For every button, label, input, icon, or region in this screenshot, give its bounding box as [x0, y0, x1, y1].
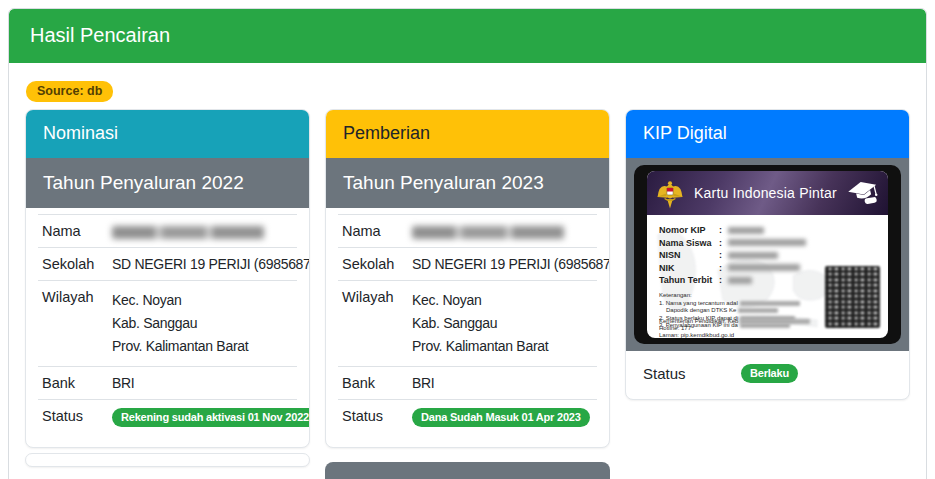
pemberian-card: Pemberian Tahun Penyaluran 2023 Nama Sek…: [325, 109, 610, 448]
table-row-nama: Nama: [338, 214, 597, 247]
row-label: Nama: [342, 223, 412, 239]
kip-field-value-redacted: [728, 252, 778, 259]
row-label: Nama: [42, 223, 112, 239]
kip-digital-header: KIP Digital: [626, 110, 909, 158]
result-columns: Nominasi Tahun Penyaluran 2022 Nama Seko…: [25, 109, 910, 479]
table-row-status: Status Rekening sudah aktivasi 01 Nov 20…: [38, 399, 297, 435]
row-label: Status: [42, 408, 112, 427]
next-card-stub: [25, 453, 310, 467]
kip-card-footer: Kementerian Pendidikan, Keb Hotline: 177…: [659, 318, 810, 338]
kip-field-label: Nama Siswa: [659, 238, 719, 248]
nominasi-section-title: Tahun Penyaluran 2022: [26, 158, 309, 208]
kip-status-row: Status Berlaku: [626, 351, 909, 399]
table-row-bank: Bank BRI: [38, 366, 297, 399]
redacted-name-value: [112, 226, 264, 239]
bank-value: BRI: [412, 375, 593, 391]
table-row-status: Status Dana Sudah Masuk 01 Apr 2023: [338, 399, 597, 435]
table-row-sekolah: Sekolah SD NEGERI 19 PERIJI (69856875): [38, 247, 297, 280]
wilayah-value: Kec. Noyan Kab. Sanggau Prov. Kalimantan…: [112, 289, 293, 358]
kip-field-row: NISN :: [659, 249, 888, 262]
table-row-bank: Bank BRI: [338, 366, 597, 399]
nominasi-column: Nominasi Tahun Penyaluran 2022 Nama Seko…: [25, 109, 310, 479]
source-badge: Source: db: [26, 81, 113, 102]
table-row-nama: Nama: [38, 214, 297, 247]
bank-value: BRI: [112, 375, 293, 391]
berlaku-badge: Berlaku: [741, 364, 798, 383]
pemberian-table: Nama Sekolah SD NEGERI 19 PERIJI (698568…: [326, 208, 609, 447]
kip-field-label: NISN: [659, 250, 719, 260]
garuda-emblem-icon: [656, 176, 684, 210]
status-badge: Dana Sudah Masuk 01 Apr 2023: [412, 408, 590, 427]
row-label: Bank: [342, 375, 412, 391]
redacted-text: [740, 301, 800, 306]
row-label: Sekolah: [342, 256, 412, 272]
wilayah-value: Kec. Noyan Kab. Sanggau Prov. Kalimantan…: [412, 289, 593, 358]
nominasi-table: Nama Sekolah SD NEGERI 19 PERIJI (698568…: [26, 208, 309, 447]
graduation-cap-icon: [847, 180, 879, 206]
kip-card-image: Kartu Indonesia Pintar: [647, 171, 888, 338]
kip-field-value-redacted: [728, 239, 806, 246]
kip-card-image-frame: Kartu Indonesia Pintar: [626, 158, 909, 351]
kip-field-label: Tahun Terbit: [659, 275, 719, 285]
sekolah-value: SD NEGERI 19 PERIJI (69856875): [412, 256, 610, 272]
redacted-text: [738, 308, 778, 313]
keterangan-title: Keterangan:: [659, 292, 809, 300]
qr-code-redacted: [825, 266, 880, 328]
hasil-pencairan-panel: Hasil Pencairan Source: db Nominasi Tahu…: [8, 8, 927, 479]
page-title: Hasil Pencairan: [9, 9, 926, 63]
redacted-name-value: [412, 226, 564, 239]
next-section-header: Tahun Penyaluran 2022: [325, 462, 610, 479]
kip-digital-column: KIP Digital: [625, 109, 910, 479]
kip-card-banner: Kartu Indonesia Pintar: [647, 171, 888, 215]
sekolah-value: SD NEGERI 19 PERIJI (69856875): [112, 256, 310, 272]
kip-card-title: Kartu Indonesia Pintar: [684, 185, 847, 201]
row-label: Sekolah: [42, 256, 112, 272]
kip-card-body: Nomor KIP : Nama Siswa :: [647, 215, 888, 338]
kip-field-value-redacted: [728, 277, 752, 284]
kip-field-label: NIK: [659, 263, 719, 273]
kip-field-row: Nama Siswa :: [659, 237, 888, 250]
nominasi-card: Nominasi Tahun Penyaluran 2022 Nama Seko…: [25, 109, 310, 448]
table-row-wilayah: Wilayah Kec. Noyan Kab. Sanggau Prov. Ka…: [38, 280, 297, 366]
pemberian-header: Pemberian: [326, 110, 609, 158]
row-label: Wilayah: [42, 289, 112, 358]
pemberian-section-title: Tahun Penyaluran 2023: [326, 158, 609, 208]
row-label: Bank: [42, 375, 112, 391]
table-row-sekolah: Sekolah SD NEGERI 19 PERIJI (69856875): [338, 247, 597, 280]
table-row-wilayah: Wilayah Kec. Noyan Kab. Sanggau Prov. Ka…: [338, 280, 597, 366]
row-label: Status: [342, 408, 412, 427]
kip-field-label: Nomor KIP: [659, 225, 719, 235]
kip-field-value-redacted: [728, 264, 800, 271]
nominasi-header: Nominasi: [26, 110, 309, 158]
status-label: Status: [643, 365, 741, 382]
kip-digital-card: KIP Digital: [625, 109, 910, 400]
status-badge: Rekening sudah aktivasi 01 Nov 2022: [112, 408, 310, 427]
row-label: Wilayah: [342, 289, 412, 358]
pemberian-column: Pemberian Tahun Penyaluran 2023 Nama Sek…: [325, 109, 610, 479]
redacted-text: [740, 319, 810, 324]
kip-field-row: Nomor KIP :: [659, 224, 888, 237]
results-body: Source: db Nominasi Tahun Penyaluran 202…: [9, 63, 926, 479]
kip-field-value-redacted: [728, 227, 764, 234]
